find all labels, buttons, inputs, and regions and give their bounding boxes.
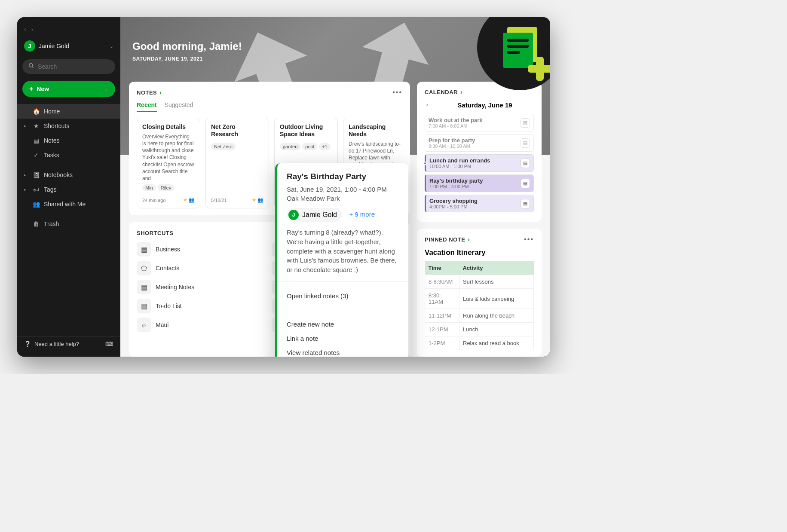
shortcut-label: To-do List <box>156 303 182 309</box>
event-time: 10:00 AM - 1:00 PM <box>429 164 517 169</box>
calendar-event[interactable]: Ray's birthday party1:00 PM - 4:00 PM▤ <box>425 174 534 192</box>
action-related-notes[interactable]: View related notes <box>287 345 399 357</box>
sidebar-item-label: Notebooks <box>44 171 73 178</box>
pinned-note-title: Vacation Itinerary <box>425 248 534 257</box>
note-card[interactable]: Closing Details Overview Everything is h… <box>137 118 200 208</box>
sidebar-item-label: Shortcuts <box>44 122 69 129</box>
cal-date: Saturday, June 19 <box>436 101 534 109</box>
panel-title: SHORTCUTS <box>137 230 173 236</box>
sidebar-item-shared[interactable]: 👥Shared with Me <box>17 197 120 211</box>
note-link-icon[interactable]: ▤ <box>521 138 530 148</box>
greeting: Good morning, Jamie! SATURDAY, JUNE 19, … <box>132 40 242 62</box>
shortcut-item[interactable]: ⬠Contacts <box>137 261 267 275</box>
tag: Min <box>142 184 156 191</box>
search-input[interactable] <box>38 63 113 70</box>
tag-icon: 🏷 <box>33 186 40 193</box>
note-link-icon[interactable]: ▤ <box>521 118 530 128</box>
table-row: 12-1PMLunch <box>425 323 534 336</box>
action-link-note[interactable]: Link a note <box>287 331 399 345</box>
action-create-note[interactable]: Create new note <box>287 317 399 331</box>
event-time: 9:30 AM - 10:00 AM <box>429 144 517 149</box>
sidebar-item-trash[interactable]: 🗑Trash <box>17 217 120 231</box>
search-icon <box>28 63 34 70</box>
sidebar-item-tags[interactable]: ▸🏷Tags <box>17 182 120 197</box>
search-box[interactable] <box>22 59 115 74</box>
event-title: Ray's birthday party <box>429 177 517 184</box>
open-linked-notes[interactable]: Open linked notes (3) <box>287 289 399 303</box>
shortcut-item[interactable]: ▤Meeting Notes <box>137 280 267 294</box>
help-link[interactable]: ❔ Need a little help? ⌨ <box>17 336 120 352</box>
greeting-date: SATURDAY, JUNE 19, 2021 <box>132 56 242 62</box>
user-menu[interactable]: J Jamie Gold ⌄ <box>17 36 120 56</box>
tab-recent[interactable]: Recent <box>137 101 157 112</box>
shortcut-item[interactable]: ⌕Maui <box>137 318 267 332</box>
nav-back[interactable]: ‹ <box>24 26 26 33</box>
note-icon: ▤ <box>137 242 151 257</box>
plus-icon: + <box>29 85 33 93</box>
sidebar-item-shortcuts[interactable]: ▸★Shortcuts <box>17 119 120 133</box>
user-name: Jamie Gold <box>39 43 106 49</box>
trash-icon: 🗑 <box>33 220 40 227</box>
note-icon: ▤ <box>33 137 40 144</box>
cell-time: 1-2PM <box>425 336 459 350</box>
calendar-event[interactable]: Grocery shopping4:00PM - 5:00 PM▤ <box>425 195 534 212</box>
check-icon: ✓ <box>33 152 40 159</box>
shortcut-item[interactable]: ▤Business <box>137 242 267 257</box>
cell-activity: Run along the beach <box>459 309 534 323</box>
tag-icon: ⬠ <box>137 261 151 275</box>
note-link-icon[interactable]: ▤ <box>521 179 530 188</box>
star-icon: ★ <box>183 197 187 203</box>
calendar-event[interactable]: Work out at the park7:00 AM - 8:00 AM▤ <box>425 114 534 131</box>
more-attendees[interactable]: + 9 more <box>349 211 375 218</box>
more-button[interactable]: ••• <box>524 235 534 243</box>
tab-suggested[interactable]: Suggested <box>165 101 193 112</box>
sidebar-item-label: Home <box>44 108 60 115</box>
note-card[interactable]: Net Zero Research Net Zero 5/18/21★👥 <box>205 118 269 208</box>
chevron-right-icon[interactable]: › <box>159 89 162 96</box>
note-link-icon[interactable]: ▤ <box>521 159 530 168</box>
note-icon: ▤ <box>137 280 151 294</box>
chevron-down-icon: ⌄ <box>110 43 113 49</box>
event-time: 7:00 AM - 8:00 AM <box>429 123 517 128</box>
tag: Net Zero <box>211 143 236 150</box>
sidebar-item-home[interactable]: 🏠Home <box>17 104 120 119</box>
new-button[interactable]: + New ⌄ <box>22 81 115 97</box>
svg-point-0 <box>29 64 33 67</box>
chevron-right-icon[interactable]: › <box>468 236 470 243</box>
note-link-icon[interactable]: ▤ <box>521 199 530 208</box>
calendar-event[interactable]: Prep for the party9:30 AM - 10:00 AM▤ <box>425 134 534 152</box>
cell-activity: Surf lessons <box>459 275 534 289</box>
panel-title: NOTES <box>137 89 157 96</box>
calendar-event[interactable]: Lunch and run errands10:00 AM - 1:00 PM▤ <box>425 154 534 172</box>
note-title: Net Zero Research <box>211 123 263 138</box>
chevron-right-icon[interactable]: › <box>460 89 462 95</box>
cal-back[interactable]: ← <box>425 101 432 110</box>
sidebar-item-tasks[interactable]: ✓Tasks <box>17 148 120 162</box>
cell-time: 12-1PM <box>425 323 459 336</box>
note-icon: ▤ <box>137 299 151 313</box>
sidebar-item-notes[interactable]: ▤Notes <box>17 133 120 148</box>
note-body: Overview Everything is here to prep for … <box>142 133 195 182</box>
people-icon: 👥 <box>189 197 195 203</box>
star-icon: ★ <box>33 122 40 129</box>
keyboard-icon[interactable]: ⌨ <box>105 341 113 347</box>
panel-title: PINNED NOTE <box>425 236 465 243</box>
panel-title: CALENDAR <box>425 89 458 95</box>
nav-forward[interactable]: › <box>31 26 34 33</box>
sidebar-item-notebooks[interactable]: ▸📓Notebooks <box>17 168 120 182</box>
attendee-chip[interactable]: J Jamie Gold <box>287 208 342 222</box>
shortcut-item[interactable]: ▤To-do List <box>137 299 267 313</box>
popup-desc: Ray's turning 8 (already? what!?). We're… <box>287 228 399 275</box>
avatar: J <box>24 40 35 52</box>
shortcut-label: Contacts <box>156 265 179 272</box>
note-title: Outdoor Living Space Ideas <box>280 123 332 138</box>
more-button[interactable]: ••• <box>392 89 402 96</box>
table-row: 8-8:30AMSurf lessons <box>425 275 534 289</box>
cell-activity: Lunch <box>459 323 534 336</box>
table-row: 11-12PMRun along the beach <box>425 309 534 323</box>
event-title: Lunch and run errands <box>429 157 517 164</box>
th-time: Time <box>425 261 459 275</box>
tag: +1 <box>319 143 331 150</box>
event-time: 4:00PM - 5:00 PM <box>429 204 517 209</box>
tag: garden <box>280 143 300 150</box>
